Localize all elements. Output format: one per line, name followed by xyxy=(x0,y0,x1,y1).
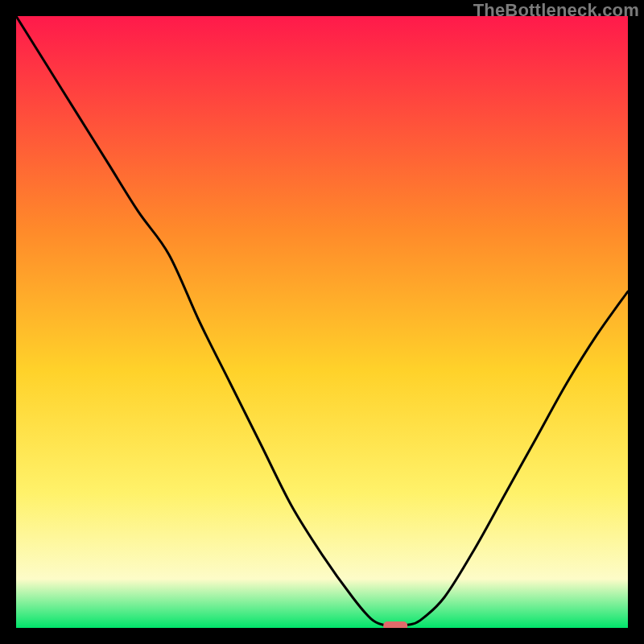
chart-frame: TheBottleneck.com xyxy=(0,0,644,644)
optimal-marker xyxy=(383,621,407,628)
gradient-background xyxy=(16,16,628,628)
chart-svg xyxy=(16,16,628,628)
attribution-text: TheBottleneck.com xyxy=(473,0,639,21)
plot-area xyxy=(16,16,628,628)
